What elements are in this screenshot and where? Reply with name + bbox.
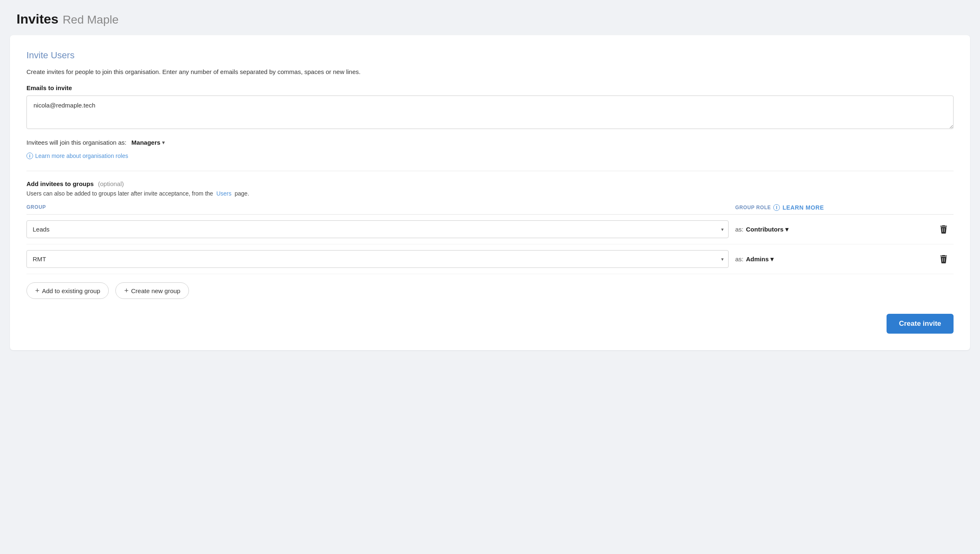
card-title: Invite Users (26, 50, 954, 61)
role-chevron-icon: ▾ (162, 140, 165, 146)
add-new-plus-icon: + (124, 287, 129, 294)
group-role-chevron-icon-2: ▾ (770, 256, 774, 263)
invite-users-card: Invite Users Create invites for people t… (10, 35, 970, 350)
group-select-wrapper: Leads ▾ (26, 220, 729, 238)
groups-subtitle-prefix: Users can also be added to groups later … (26, 190, 213, 197)
col-actions-header (934, 204, 954, 211)
section-divider (26, 171, 954, 171)
group-row: Leads ▾ as: Contributors ▾ (26, 215, 954, 244)
group-role-chevron-icon-1: ▾ (785, 226, 789, 233)
learn-more-org-roles-link[interactable]: i Learn more about organisation roles (26, 153, 128, 159)
col-role-header: GROUP ROLE i Learn more (735, 204, 934, 211)
as-label-2: as: (735, 256, 743, 263)
add-new-label: Create new group (131, 287, 180, 294)
groups-optional: (optional) (98, 180, 124, 187)
group-select-wrapper: RMT ▾ (26, 250, 729, 268)
role-row: Invitees will join this organisation as:… (26, 138, 954, 147)
group-role-dropdown-1[interactable]: Contributors ▾ (746, 225, 789, 234)
page-title-main: Invites (17, 12, 58, 27)
role-value: Managers (131, 139, 160, 146)
role-prefix: Invitees will join this organisation as: (26, 139, 127, 146)
email-input[interactable] (26, 96, 954, 129)
group-role-info-icon: i (773, 204, 780, 211)
group-role-value-1: Contributors (746, 226, 784, 233)
create-new-group-button[interactable]: + Create new group (115, 282, 189, 299)
col-group-header: GROUP (26, 204, 735, 211)
delete-group-row-1-button[interactable] (934, 224, 954, 235)
add-existing-label: Add to existing group (42, 287, 100, 294)
emails-label: Emails to invite (26, 84, 954, 91)
groups-subtitle-suffix: page. (235, 190, 249, 197)
info-icon: i (26, 153, 33, 159)
page-header: Invites Red Maple (0, 0, 980, 35)
group-role-learn-more-link[interactable]: Learn more (782, 204, 824, 211)
role-cell-2: as: Admins ▾ (735, 255, 934, 264)
learn-more-org-roles-text: Learn more about organisation roles (35, 153, 128, 159)
col-role-label: GROUP ROLE (735, 205, 771, 210)
group-role-dropdown-2[interactable]: Admins ▾ (746, 255, 774, 264)
as-label-1: as: (735, 226, 743, 233)
add-existing-plus-icon: + (35, 287, 40, 294)
group-role-learn-more-text: Learn more (782, 204, 824, 211)
group-row: RMT ▾ as: Admins ▾ (26, 244, 954, 274)
add-buttons-row: + Add to existing group + Create new gro… (26, 282, 954, 299)
add-to-existing-group-button[interactable]: + Add to existing group (26, 282, 109, 299)
groups-title: Add invitees to groups (26, 180, 94, 187)
card-description: Create invites for people to join this o… (26, 68, 954, 75)
create-invite-button[interactable]: Create invite (887, 314, 954, 334)
groups-section-header: Add invitees to groups (optional) (26, 180, 954, 188)
form-footer: Create invite (26, 314, 954, 334)
groups-table-header: GROUP GROUP ROLE i Learn more (26, 204, 954, 215)
users-page-link[interactable]: Users (216, 190, 232, 197)
group-rows-container: Leads ▾ as: Contributors ▾ RMT (26, 215, 954, 274)
group-role-value-2: Admins (746, 256, 769, 263)
page-title-sub: Red Maple (62, 13, 118, 26)
groups-subtitle: Users can also be added to groups later … (26, 190, 954, 197)
group-select-1[interactable]: Leads (26, 220, 729, 238)
delete-group-row-2-button[interactable] (934, 253, 954, 265)
role-cell-1: as: Contributors ▾ (735, 225, 934, 234)
group-select-2[interactable]: RMT (26, 250, 729, 268)
role-dropdown[interactable]: Managers ▾ (130, 138, 166, 147)
create-invite-label: Create invite (899, 320, 941, 327)
